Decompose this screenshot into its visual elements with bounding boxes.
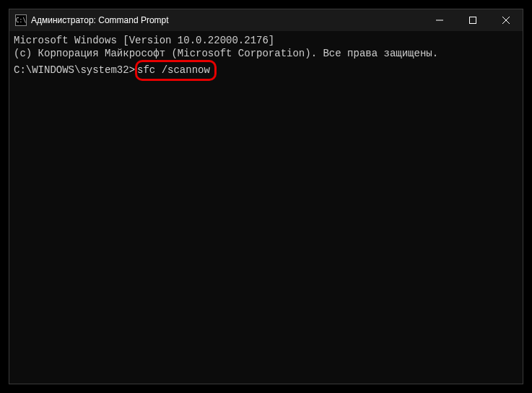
minimize-icon bbox=[436, 17, 443, 24]
command-text: sfc /scannow bbox=[137, 64, 210, 76]
window-title: Администратор: Command Prompt bbox=[31, 15, 423, 25]
minimize-button[interactable] bbox=[423, 9, 456, 31]
maximize-button[interactable] bbox=[456, 9, 489, 31]
window-controls bbox=[423, 9, 523, 31]
close-icon bbox=[502, 17, 510, 24]
app-icon-label: C:\ bbox=[16, 17, 26, 24]
maximize-icon bbox=[469, 17, 476, 24]
titlebar[interactable]: C:\ Администратор: Command Prompt bbox=[9, 9, 523, 31]
svg-rect-1 bbox=[470, 17, 476, 24]
command-prompt-window: C:\ Администратор: Command Prompt Micros… bbox=[9, 9, 523, 384]
close-button[interactable] bbox=[489, 9, 523, 31]
prompt-line: C:\WINDOWS\system32>sfc /scannow bbox=[14, 60, 518, 80]
copyright-line: (c) Корпорация Майкрософт (Microsoft Cor… bbox=[14, 47, 518, 60]
terminal-output[interactable]: Microsoft Windows [Version 10.0.22000.21… bbox=[9, 31, 523, 384]
version-line: Microsoft Windows [Version 10.0.22000.21… bbox=[14, 34, 518, 47]
command-highlight: sfc /scannow bbox=[135, 60, 217, 80]
app-icon: C:\ bbox=[15, 14, 27, 26]
prompt-path: C:\WINDOWS\system32> bbox=[14, 64, 135, 77]
